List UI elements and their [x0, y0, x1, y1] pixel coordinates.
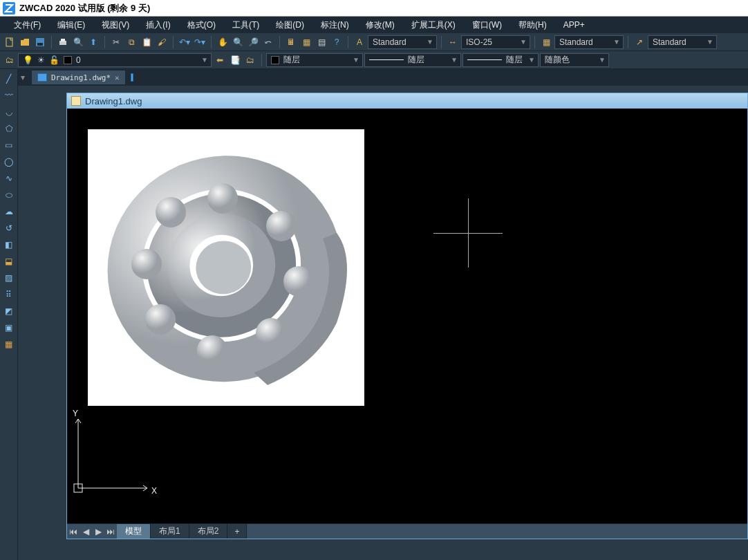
- model-viewport[interactable]: X Y: [67, 109, 747, 523]
- rectangle-tool-icon[interactable]: ▭: [2, 138, 16, 152]
- layout-last-icon[interactable]: ⏭: [104, 525, 117, 538]
- svg-rect-4: [61, 39, 65, 41]
- layer-dropdown[interactable]: 💡 ☀ 🔓 0 ▼: [18, 53, 212, 67]
- bulb-icon: 💡: [23, 55, 33, 65]
- polyline-tool-icon[interactable]: 〰: [2, 88, 16, 102]
- text-style-icon[interactable]: A: [353, 35, 366, 49]
- menu-view[interactable]: 视图(V): [93, 17, 138, 34]
- gradient-tool-icon[interactable]: ◩: [2, 304, 16, 318]
- table-style-dropdown[interactable]: Standard▼: [554, 35, 624, 49]
- svg-rect-2: [37, 43, 43, 46]
- svg-point-9: [266, 211, 297, 241]
- match-prop-icon[interactable]: 🖌: [155, 35, 169, 49]
- tab-layout2[interactable]: 布局2: [189, 524, 228, 539]
- paste-icon[interactable]: 📋: [140, 35, 153, 49]
- hatch-tool-icon[interactable]: ▨: [2, 271, 16, 285]
- pan-icon[interactable]: ✋: [216, 35, 230, 49]
- properties-icon[interactable]: ▦: [299, 35, 313, 49]
- menu-insert[interactable]: 插入(I): [138, 17, 178, 34]
- svg-point-8: [207, 183, 238, 214]
- plotstyle-value: 随颜色: [545, 54, 570, 66]
- cut-icon[interactable]: ✂: [109, 35, 123, 49]
- lineweight-dropdown[interactable]: 随层 ▼: [462, 53, 539, 67]
- zoom-window-icon[interactable]: 🔎: [246, 35, 260, 49]
- open-file-icon[interactable]: [18, 35, 32, 49]
- arc-tool-icon[interactable]: ◡: [2, 105, 16, 119]
- dim-style-value: ISO-25: [466, 37, 492, 47]
- dim-style-dropdown[interactable]: ISO-25▼: [461, 35, 530, 49]
- layer-name: 0: [76, 55, 81, 65]
- color-dropdown[interactable]: 随层 ▼: [266, 53, 363, 67]
- tab-layout1[interactable]: 布局1: [151, 524, 189, 539]
- svg-point-15: [156, 197, 186, 227]
- menu-help[interactable]: 帮助(H): [510, 17, 555, 34]
- menu-file[interactable]: 文件(F): [6, 17, 49, 34]
- undo-icon[interactable]: ↶▾: [178, 35, 191, 49]
- menu-edit[interactable]: 编辑(E): [49, 17, 93, 34]
- menu-draw[interactable]: 绘图(D): [268, 17, 312, 34]
- spline-tool-icon[interactable]: ∿: [2, 171, 16, 185]
- layer-manager-icon[interactable]: 🗂: [3, 53, 17, 67]
- table-tool-icon[interactable]: ▦: [2, 337, 16, 351]
- svg-rect-0: [6, 38, 12, 46]
- designcenter-icon[interactable]: ▤: [315, 35, 328, 49]
- line-tool-icon[interactable]: ╱: [2, 72, 16, 86]
- tab-model[interactable]: 模型: [117, 524, 151, 539]
- zoom-previous-icon[interactable]: ⤺: [261, 35, 275, 49]
- table-style-value: Standard: [559, 37, 593, 47]
- redo-icon[interactable]: ↷▾: [193, 35, 207, 49]
- plotstyle-dropdown[interactable]: 随颜色 ▼: [540, 53, 609, 67]
- copy-icon[interactable]: ⧉: [124, 35, 138, 49]
- tab-add-layout[interactable]: +: [227, 524, 247, 539]
- drawing-window: Drawing1.dwg: [66, 93, 748, 539]
- cloud-tool-icon[interactable]: ☁: [2, 205, 16, 218]
- publish-icon[interactable]: ⬆: [86, 35, 100, 49]
- svg-point-10: [283, 266, 314, 297]
- canvas-area[interactable]: Drawing1.dwg: [18, 86, 748, 560]
- table-style-icon[interactable]: ▦: [539, 35, 553, 49]
- new-tab-button[interactable]: [125, 71, 139, 84]
- document-tab[interactable]: Drawing1.dwg* ✕: [32, 71, 125, 84]
- ucs-indicator: X Y: [71, 412, 161, 504]
- block-tool-icon[interactable]: ◧: [2, 238, 16, 252]
- layout-prev-icon[interactable]: ◀: [80, 525, 92, 538]
- menu-dimension[interactable]: 标注(N): [312, 17, 357, 34]
- menu-extended-tools[interactable]: 扩展工具(X): [403, 17, 464, 34]
- menu-tools[interactable]: 工具(T): [224, 17, 268, 34]
- toolbar-standard: 🔍 ⬆ ✂ ⧉ 📋 🖌 ↶▾ ↷▾ ✋ 🔍 🔎 ⤺ 🖩 ▦ ▤ ? A Stan…: [0, 33, 748, 51]
- text-style-dropdown[interactable]: Standard▼: [368, 35, 437, 49]
- ellipse-tool-icon[interactable]: ⬭: [2, 188, 16, 202]
- region-tool-icon[interactable]: ▣: [2, 321, 16, 335]
- print-icon[interactable]: [56, 35, 70, 49]
- tabs-scroll-left-icon[interactable]: ▾: [21, 73, 32, 82]
- layout-first-icon[interactable]: ⏮: [67, 525, 80, 538]
- close-icon[interactable]: ✕: [115, 73, 120, 82]
- point-tool-icon[interactable]: ⠿: [2, 288, 16, 301]
- layout-next-icon[interactable]: ▶: [92, 525, 104, 538]
- revcloud-tool-icon[interactable]: ↺: [2, 221, 16, 235]
- mleader-style-dropdown[interactable]: Standard▼: [648, 35, 717, 49]
- toolbar-layers: 🗂 💡 ☀ 🔓 0 ▼ ⬅ 📑 🗂 随层 ▼ 随层 ▼ 随层 ▼ 随颜色 ▼: [0, 51, 748, 69]
- calculator-icon[interactable]: 🖩: [284, 35, 298, 49]
- polygon-tool-icon[interactable]: ⬠: [2, 122, 16, 136]
- dim-style-icon[interactable]: ↔: [446, 35, 460, 49]
- menu-app[interactable]: APP+: [555, 17, 593, 32]
- zoom-realtime-icon[interactable]: 🔍: [231, 35, 245, 49]
- layer-color-swatch: [64, 56, 72, 64]
- block-insert-icon[interactable]: ⬓: [2, 254, 16, 268]
- new-file-icon[interactable]: [3, 35, 17, 49]
- drawing-window-title: Drawing1.dwg: [85, 96, 142, 106]
- help-icon[interactable]: ?: [330, 35, 344, 49]
- layer-prev-icon[interactable]: ⬅: [213, 53, 227, 67]
- layer-states-icon[interactable]: 📑: [228, 53, 242, 67]
- print-preview-icon[interactable]: 🔍: [71, 35, 85, 49]
- menu-format[interactable]: 格式(O): [179, 17, 224, 34]
- mleader-style-icon[interactable]: ↗: [633, 35, 646, 49]
- circle-tool-icon[interactable]: ◯: [2, 155, 16, 169]
- layer-iso-icon[interactable]: 🗂: [243, 53, 257, 67]
- save-icon[interactable]: [33, 35, 47, 49]
- menu-window[interactable]: 窗口(W): [464, 17, 510, 34]
- linetype-dropdown[interactable]: 随层 ▼: [364, 53, 461, 67]
- drawing-window-titlebar[interactable]: Drawing1.dwg: [67, 93, 747, 109]
- menu-modify[interactable]: 修改(M): [357, 17, 403, 34]
